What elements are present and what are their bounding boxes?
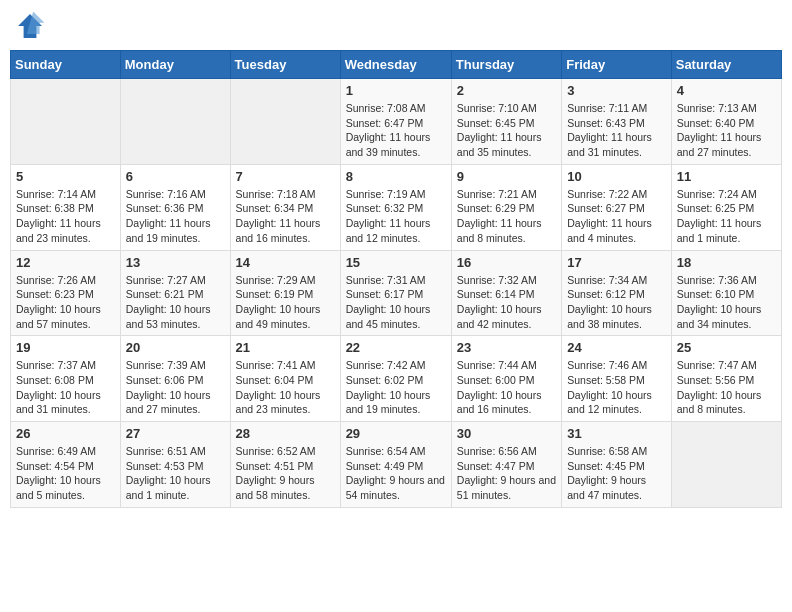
- calendar-cell: 20Sunrise: 7:39 AMSunset: 6:06 PMDayligh…: [120, 336, 230, 422]
- cell-details: Sunrise: 7:31 AMSunset: 6:17 PMDaylight:…: [346, 273, 446, 332]
- cell-details: Sunrise: 7:41 AMSunset: 6:04 PMDaylight:…: [236, 358, 335, 417]
- cell-details: Sunrise: 7:47 AMSunset: 5:56 PMDaylight:…: [677, 358, 776, 417]
- cell-details: Sunrise: 7:36 AMSunset: 6:10 PMDaylight:…: [677, 273, 776, 332]
- calendar-cell: 1Sunrise: 7:08 AMSunset: 6:47 PMDaylight…: [340, 79, 451, 165]
- calendar-cell: 17Sunrise: 7:34 AMSunset: 6:12 PMDayligh…: [562, 250, 672, 336]
- cell-details: Sunrise: 7:18 AMSunset: 6:34 PMDaylight:…: [236, 187, 335, 246]
- calendar-cell: 5Sunrise: 7:14 AMSunset: 6:38 PMDaylight…: [11, 164, 121, 250]
- day-number: 6: [126, 169, 225, 184]
- cell-details: Sunrise: 7:08 AMSunset: 6:47 PMDaylight:…: [346, 101, 446, 160]
- cell-details: Sunrise: 6:54 AMSunset: 4:49 PMDaylight:…: [346, 444, 446, 503]
- cell-details: Sunrise: 7:27 AMSunset: 6:21 PMDaylight:…: [126, 273, 225, 332]
- calendar-cell: 6Sunrise: 7:16 AMSunset: 6:36 PMDaylight…: [120, 164, 230, 250]
- cell-details: Sunrise: 7:37 AMSunset: 6:08 PMDaylight:…: [16, 358, 115, 417]
- day-header-monday: Monday: [120, 51, 230, 79]
- day-number: 21: [236, 340, 335, 355]
- calendar-cell: [11, 79, 121, 165]
- cell-details: Sunrise: 7:44 AMSunset: 6:00 PMDaylight:…: [457, 358, 556, 417]
- day-number: 26: [16, 426, 115, 441]
- calendar-cell: 3Sunrise: 7:11 AMSunset: 6:43 PMDaylight…: [562, 79, 672, 165]
- cell-details: Sunrise: 7:39 AMSunset: 6:06 PMDaylight:…: [126, 358, 225, 417]
- cell-details: Sunrise: 6:52 AMSunset: 4:51 PMDaylight:…: [236, 444, 335, 503]
- day-number: 12: [16, 255, 115, 270]
- calendar-cell: 22Sunrise: 7:42 AMSunset: 6:02 PMDayligh…: [340, 336, 451, 422]
- day-number: 22: [346, 340, 446, 355]
- cell-details: Sunrise: 7:14 AMSunset: 6:38 PMDaylight:…: [16, 187, 115, 246]
- day-number: 20: [126, 340, 225, 355]
- cell-details: Sunrise: 7:13 AMSunset: 6:40 PMDaylight:…: [677, 101, 776, 160]
- day-number: 13: [126, 255, 225, 270]
- calendar-cell: 19Sunrise: 7:37 AMSunset: 6:08 PMDayligh…: [11, 336, 121, 422]
- cell-details: Sunrise: 7:42 AMSunset: 6:02 PMDaylight:…: [346, 358, 446, 417]
- calendar-cell: 23Sunrise: 7:44 AMSunset: 6:00 PMDayligh…: [451, 336, 561, 422]
- calendar-week-row: 12Sunrise: 7:26 AMSunset: 6:23 PMDayligh…: [11, 250, 782, 336]
- logo: [14, 10, 50, 42]
- cell-details: Sunrise: 7:11 AMSunset: 6:43 PMDaylight:…: [567, 101, 666, 160]
- day-number: 17: [567, 255, 666, 270]
- day-header-sunday: Sunday: [11, 51, 121, 79]
- cell-details: Sunrise: 7:29 AMSunset: 6:19 PMDaylight:…: [236, 273, 335, 332]
- calendar-cell: 13Sunrise: 7:27 AMSunset: 6:21 PMDayligh…: [120, 250, 230, 336]
- calendar-header-row: SundayMondayTuesdayWednesdayThursdayFrid…: [11, 51, 782, 79]
- calendar-cell: 28Sunrise: 6:52 AMSunset: 4:51 PMDayligh…: [230, 422, 340, 508]
- calendar-cell: 21Sunrise: 7:41 AMSunset: 6:04 PMDayligh…: [230, 336, 340, 422]
- calendar-cell: [671, 422, 781, 508]
- day-number: 30: [457, 426, 556, 441]
- calendar-cell: 24Sunrise: 7:46 AMSunset: 5:58 PMDayligh…: [562, 336, 672, 422]
- day-number: 8: [346, 169, 446, 184]
- cell-details: Sunrise: 7:34 AMSunset: 6:12 PMDaylight:…: [567, 273, 666, 332]
- day-number: 5: [16, 169, 115, 184]
- day-number: 18: [677, 255, 776, 270]
- calendar-cell: 29Sunrise: 6:54 AMSunset: 4:49 PMDayligh…: [340, 422, 451, 508]
- day-number: 9: [457, 169, 556, 184]
- day-header-thursday: Thursday: [451, 51, 561, 79]
- cell-details: Sunrise: 6:58 AMSunset: 4:45 PMDaylight:…: [567, 444, 666, 503]
- calendar-cell: 18Sunrise: 7:36 AMSunset: 6:10 PMDayligh…: [671, 250, 781, 336]
- cell-details: Sunrise: 7:22 AMSunset: 6:27 PMDaylight:…: [567, 187, 666, 246]
- cell-details: Sunrise: 6:56 AMSunset: 4:47 PMDaylight:…: [457, 444, 556, 503]
- calendar-cell: 31Sunrise: 6:58 AMSunset: 4:45 PMDayligh…: [562, 422, 672, 508]
- calendar-cell: 11Sunrise: 7:24 AMSunset: 6:25 PMDayligh…: [671, 164, 781, 250]
- calendar-cell: 15Sunrise: 7:31 AMSunset: 6:17 PMDayligh…: [340, 250, 451, 336]
- cell-details: Sunrise: 7:16 AMSunset: 6:36 PMDaylight:…: [126, 187, 225, 246]
- calendar-cell: 7Sunrise: 7:18 AMSunset: 6:34 PMDaylight…: [230, 164, 340, 250]
- calendar-cell: 10Sunrise: 7:22 AMSunset: 6:27 PMDayligh…: [562, 164, 672, 250]
- day-number: 10: [567, 169, 666, 184]
- cell-details: Sunrise: 7:32 AMSunset: 6:14 PMDaylight:…: [457, 273, 556, 332]
- cell-details: Sunrise: 7:46 AMSunset: 5:58 PMDaylight:…: [567, 358, 666, 417]
- day-number: 23: [457, 340, 556, 355]
- day-number: 14: [236, 255, 335, 270]
- calendar-cell: 8Sunrise: 7:19 AMSunset: 6:32 PMDaylight…: [340, 164, 451, 250]
- logo-icon: [14, 10, 46, 42]
- cell-details: Sunrise: 7:21 AMSunset: 6:29 PMDaylight:…: [457, 187, 556, 246]
- day-number: 11: [677, 169, 776, 184]
- day-number: 3: [567, 83, 666, 98]
- cell-details: Sunrise: 6:51 AMSunset: 4:53 PMDaylight:…: [126, 444, 225, 503]
- day-number: 19: [16, 340, 115, 355]
- day-header-friday: Friday: [562, 51, 672, 79]
- calendar-week-row: 26Sunrise: 6:49 AMSunset: 4:54 PMDayligh…: [11, 422, 782, 508]
- day-number: 24: [567, 340, 666, 355]
- day-number: 25: [677, 340, 776, 355]
- calendar-cell: 26Sunrise: 6:49 AMSunset: 4:54 PMDayligh…: [11, 422, 121, 508]
- calendar-week-row: 5Sunrise: 7:14 AMSunset: 6:38 PMDaylight…: [11, 164, 782, 250]
- day-number: 29: [346, 426, 446, 441]
- cell-details: Sunrise: 7:19 AMSunset: 6:32 PMDaylight:…: [346, 187, 446, 246]
- cell-details: Sunrise: 7:24 AMSunset: 6:25 PMDaylight:…: [677, 187, 776, 246]
- day-number: 16: [457, 255, 556, 270]
- cell-details: Sunrise: 7:10 AMSunset: 6:45 PMDaylight:…: [457, 101, 556, 160]
- calendar-week-row: 1Sunrise: 7:08 AMSunset: 6:47 PMDaylight…: [11, 79, 782, 165]
- day-number: 27: [126, 426, 225, 441]
- day-header-tuesday: Tuesday: [230, 51, 340, 79]
- calendar-cell: [120, 79, 230, 165]
- cell-details: Sunrise: 6:49 AMSunset: 4:54 PMDaylight:…: [16, 444, 115, 503]
- day-number: 28: [236, 426, 335, 441]
- calendar-cell: 27Sunrise: 6:51 AMSunset: 4:53 PMDayligh…: [120, 422, 230, 508]
- page-header: [10, 10, 782, 42]
- day-header-saturday: Saturday: [671, 51, 781, 79]
- day-number: 7: [236, 169, 335, 184]
- cell-details: Sunrise: 7:26 AMSunset: 6:23 PMDaylight:…: [16, 273, 115, 332]
- calendar-cell: [230, 79, 340, 165]
- calendar-week-row: 19Sunrise: 7:37 AMSunset: 6:08 PMDayligh…: [11, 336, 782, 422]
- calendar-cell: 12Sunrise: 7:26 AMSunset: 6:23 PMDayligh…: [11, 250, 121, 336]
